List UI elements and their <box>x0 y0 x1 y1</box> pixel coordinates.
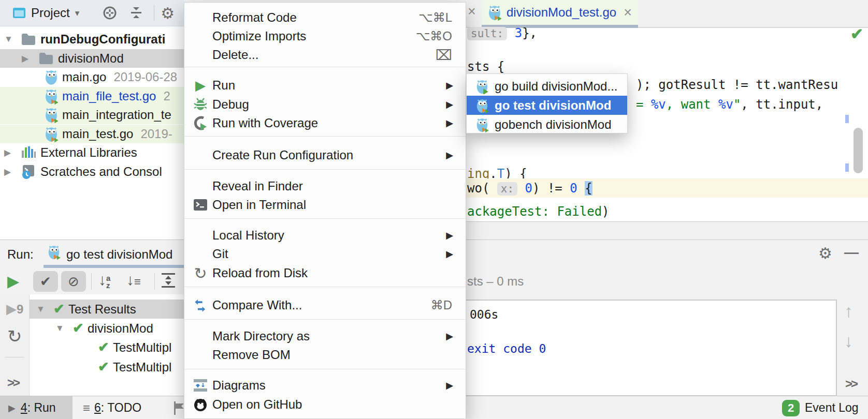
minimize-icon[interactable]: — <box>844 244 859 261</box>
submenu-arrow-icon: ▶ <box>446 99 453 110</box>
menu-separator <box>184 319 466 320</box>
expand-closed-icon[interactable]: ▶ <box>4 147 18 158</box>
submenu-item-go-test[interactable]: go test divisionMod <box>467 96 627 115</box>
code-line-3[interactable]: ); gotResult != tt.wantResu <box>636 78 838 92</box>
toolbar-divider <box>91 273 92 290</box>
inspections-ok-icon[interactable]: ✔ <box>850 25 863 43</box>
tree-item-rundebugconfig[interactable]: ▼ runDebugConfigurati <box>0 30 188 49</box>
menu-item-delete[interactable]: Delete...⌧ <box>184 46 466 64</box>
test-history-icon[interactable]: ↻ <box>7 326 22 347</box>
chevron-down-icon[interactable]: ▾ <box>75 8 80 19</box>
go-test-icon <box>475 98 489 113</box>
menu-item-reload-from-disk[interactable]: ↻ Reload from Disk <box>184 264 466 282</box>
toolbar-divider <box>154 5 154 21</box>
menu-item-create-run-configuration[interactable]: Create Run Configuration▶ <box>184 146 466 164</box>
menu-item-remove-bom[interactable]: Remove BOM <box>184 346 466 364</box>
github-icon <box>192 396 209 413</box>
show-ignored-toggle[interactable]: ⊘ <box>61 271 86 292</box>
code-line-4[interactable]: = %v, want %v", tt.input, <box>636 97 823 112</box>
sort-by-duration-icon[interactable]: ↓≡ <box>126 271 141 289</box>
test-passed-icon: ✔ <box>50 301 68 317</box>
change-marker <box>845 163 849 172</box>
prev-tab-close-icon[interactable]: × <box>468 6 476 17</box>
menu-item-reformat-code[interactable]: Reformat Code⌥⌘L <box>184 8 466 27</box>
expand-closed-icon[interactable]: ▶ <box>22 53 35 64</box>
test-passed-icon: ✔ <box>94 359 113 375</box>
submenu-item-gobench[interactable]: gobench divisionMod <box>467 115 627 134</box>
menu-item-run-with-coverage[interactable]: Run with Coverage▶ <box>184 114 466 132</box>
scratches-icon <box>21 164 36 179</box>
toolwindow-button-todo[interactable]: ≡ 6: TODO <box>83 396 141 419</box>
test-passed-icon: ✔ <box>94 339 113 355</box>
param-hint-chip: x: <box>497 182 517 196</box>
up-arrow-icon[interactable]: ↑ <box>844 301 853 321</box>
tree-item-scratches[interactable]: ▶ Scratches and Consol <box>0 162 188 181</box>
tab-divisionmod-test[interactable]: divisionMod_test.go × <box>482 0 638 25</box>
coverage-icon <box>192 115 209 131</box>
menu-item-mark-directory-as[interactable]: Mark Directory as▶ <box>184 327 466 346</box>
expand-all-icon[interactable] <box>160 271 177 290</box>
run-tab-label[interactable]: go test divisionMod <box>66 247 172 262</box>
gear-icon[interactable]: ⚙ <box>818 244 832 262</box>
show-passed-toggle[interactable]: ✔ <box>33 271 58 292</box>
test-passed-icon: ✔ <box>69 320 88 336</box>
tree-item-divisionmod[interactable]: ▶ divisionMod <box>0 49 206 68</box>
menu-item-run[interactable]: ▶ Run▶ <box>184 76 466 95</box>
menu-item-git[interactable]: Git▶ <box>184 245 466 263</box>
toolwindow-button-run[interactable]: ▶ 4: Run <box>0 396 73 419</box>
event-log-badge: 2 <box>782 400 800 416</box>
down-arrow-icon[interactable]: ↓ <box>844 331 853 351</box>
menu-item-debug[interactable]: Debug▶ <box>184 95 466 114</box>
project-panel-title: Project <box>31 6 70 20</box>
locate-file-icon[interactable] <box>102 5 118 21</box>
code-line-2[interactable]: sts { <box>467 59 504 74</box>
go-test-file-icon <box>44 126 59 142</box>
menu-item-open-on-github[interactable]: Open on GitHub <box>184 395 466 414</box>
tab-close-icon[interactable]: × <box>624 7 632 18</box>
folder-icon <box>38 52 54 65</box>
context-menu: Reformat Code⌥⌘L Optimize Imports⌥⌘O Del… <box>184 2 466 419</box>
expand-open-icon[interactable]: ▼ <box>4 34 18 44</box>
menu-item-compare-with[interactable]: Compare With...⌘D <box>184 296 466 315</box>
hidden-actions-icon[interactable]: >> <box>7 376 19 390</box>
event-log-button[interactable]: 2 Event Log <box>782 396 859 419</box>
rail-divider <box>5 357 24 357</box>
submenu-arrow-icon: ▶ <box>446 248 453 260</box>
change-marker <box>845 115 849 123</box>
menu-separator <box>184 136 466 137</box>
code-line-7[interactable]: ackageTest: Failed) <box>467 204 610 219</box>
go-test-file-icon <box>487 4 502 21</box>
project-tool-icon <box>12 6 26 20</box>
expand-closed-icon[interactable]: ▶ <box>4 167 18 177</box>
tree-item-external-libraries[interactable]: ▶ External Libraries <box>0 143 188 162</box>
diagrams-icon <box>192 377 209 394</box>
code-line-1[interactable]: sult: 3}, <box>467 26 537 40</box>
submenu-arrow-icon: ▶ <box>446 80 453 91</box>
submenu-item-go-build[interactable]: go build divisionMod... <box>467 77 627 96</box>
rerun-button[interactable]: ▶ <box>7 272 19 290</box>
submenu-arrow-icon: ▶ <box>446 149 453 161</box>
rerun-failed-tests-icon[interactable]: ▶9 <box>6 301 23 317</box>
menu-separator <box>184 218 466 219</box>
debug-bug-icon <box>192 96 209 113</box>
gear-icon[interactable]: ⚙ <box>161 4 175 22</box>
menu-separator <box>184 169 466 170</box>
menu-item-reveal-in-finder[interactable]: Reveal in Finder <box>184 177 466 196</box>
reload-icon: ↻ <box>192 265 209 281</box>
collapse-all-icon[interactable] <box>128 5 144 21</box>
editor-scrollbar[interactable] <box>853 128 863 173</box>
go-test-file-icon <box>44 107 59 123</box>
submenu-arrow-icon: ▶ <box>446 117 453 129</box>
sort-alphabetically-icon[interactable]: ↓az <box>98 271 110 289</box>
gobench-icon <box>475 117 489 132</box>
libraries-icon <box>21 145 36 160</box>
hidden-actions-icon[interactable]: >> <box>845 377 857 391</box>
toolbar-divider <box>154 273 155 290</box>
menu-item-optimize-imports[interactable]: Optimize Imports⌥⌘O <box>184 27 466 46</box>
go-build-icon <box>475 79 489 94</box>
menu-item-diagrams[interactable]: Diagrams▶ <box>184 376 466 395</box>
menu-item-local-history[interactable]: Local History▶ <box>184 226 466 245</box>
compare-icon <box>192 297 209 313</box>
code-line-6[interactable]: wo( x: 0) != 0 { <box>467 181 592 196</box>
menu-item-open-in-terminal[interactable]: Open in Terminal <box>184 196 466 214</box>
